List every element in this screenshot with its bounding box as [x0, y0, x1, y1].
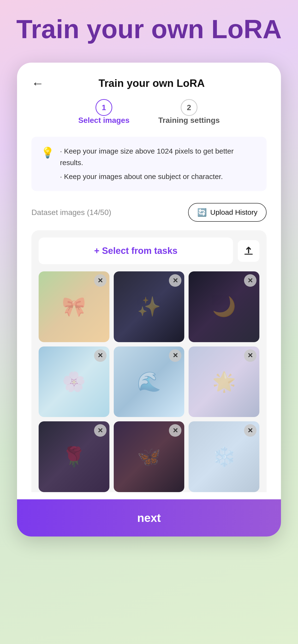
- image-cell-1: 🎀 ✕: [39, 271, 110, 342]
- header: ← Train your own LoRA: [32, 77, 266, 90]
- image-cell-3: 🌙 ✕: [188, 271, 259, 342]
- delete-image-2[interactable]: ✕: [169, 274, 182, 287]
- image-cell-4: 🌸 ✕: [39, 346, 110, 417]
- history-icon: 🔄: [197, 208, 207, 217]
- delete-image-7[interactable]: ✕: [94, 424, 106, 437]
- phone-container: ← Train your own LoRA 1 Select images 2 …: [17, 62, 281, 536]
- svg-rect-0: [244, 254, 253, 254]
- image-cell-5: 🌊 ✕: [114, 346, 184, 417]
- back-button[interactable]: ←: [32, 77, 49, 90]
- image-grid: 🎀 ✕ ✨ ✕ 🌙 ✕ 🌸 ✕ 🌊 ✕ 🌟 ✕: [39, 271, 259, 492]
- step-1-label: Select images: [78, 116, 129, 125]
- tip-line-1: · Keep your image size above 1024 pixels…: [60, 146, 257, 168]
- step-1-circle: 1: [96, 99, 112, 116]
- step-2[interactable]: 2 Training settings: [158, 99, 220, 125]
- delete-image-4[interactable]: ✕: [94, 349, 106, 362]
- image-cell-8: 🦋 ✕: [114, 421, 184, 492]
- tips-box: 💡 · Keep your image size above 1024 pixe…: [32, 137, 266, 191]
- dataset-label: Dataset images (14/50): [32, 208, 111, 217]
- upload-history-button[interactable]: 🔄 Upload History: [188, 203, 266, 222]
- upload-button[interactable]: [238, 240, 259, 262]
- next-button[interactable]: next: [17, 499, 281, 536]
- image-cell-7: 🌹 ✕: [39, 421, 110, 492]
- image-cell-9: ❄️ ✕: [188, 421, 259, 492]
- grid-area: + Select from tasks 🎀 ✕ ✨ ✕ 🌙 ✕: [32, 230, 266, 492]
- tips-icon: 💡: [41, 146, 54, 159]
- delete-image-6[interactable]: ✕: [244, 349, 256, 362]
- steps-container: 1 Select images 2 Training settings: [32, 99, 266, 125]
- select-from-tasks-button[interactable]: + Select from tasks: [39, 238, 233, 264]
- delete-image-9[interactable]: ✕: [244, 424, 256, 437]
- dataset-row: Dataset images (14/50) 🔄 Upload History: [32, 203, 266, 222]
- delete-image-3[interactable]: ✕: [244, 274, 256, 287]
- image-cell-6: 🌟 ✕: [188, 346, 259, 417]
- select-tasks-row: + Select from tasks: [39, 238, 259, 264]
- step-1[interactable]: 1 Select images: [78, 99, 129, 125]
- delete-image-5[interactable]: ✕: [169, 349, 182, 362]
- tips-text: · Keep your image size above 1024 pixels…: [60, 146, 257, 182]
- delete-image-1[interactable]: ✕: [94, 274, 106, 287]
- step-2-label: Training settings: [158, 116, 220, 125]
- upload-icon: [243, 246, 254, 256]
- image-cell-2: ✨ ✕: [114, 271, 184, 342]
- tip-line-2: · Keep your images about one subject or …: [60, 171, 257, 182]
- upload-history-label: Upload History: [210, 208, 258, 216]
- page-main-title: Train your own LoRA: [16, 14, 282, 44]
- header-title: Train your own LoRA: [49, 77, 266, 89]
- step-2-circle: 2: [181, 99, 198, 116]
